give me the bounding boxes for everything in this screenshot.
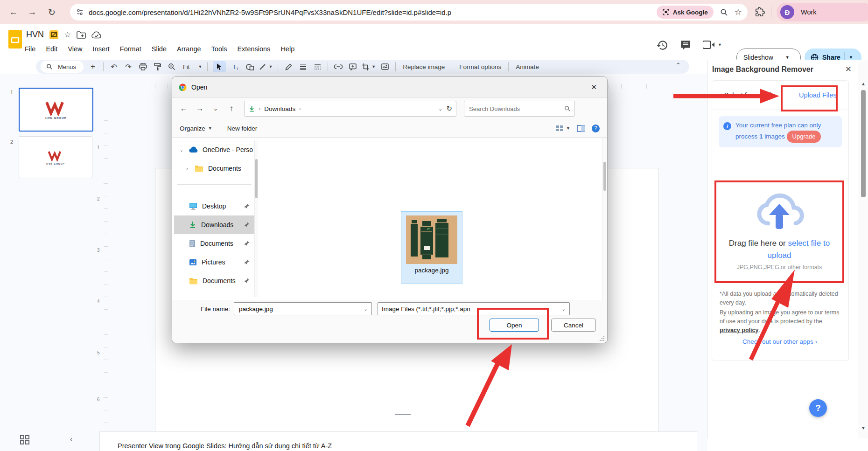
- zoom-fit-select[interactable]: Fit ▼: [181, 63, 202, 70]
- menus-search-button[interactable]: Menus: [41, 61, 84, 73]
- select-tool-button[interactable]: [213, 61, 226, 72]
- redo-button[interactable]: ↷: [123, 61, 133, 72]
- tab-select-from-slide[interactable]: Select from Slide: [724, 91, 775, 99]
- site-info-icon[interactable]: [76, 8, 84, 16]
- upgrade-button[interactable]: Upgrade: [787, 131, 821, 143]
- slideshow-dropdown[interactable]: ▼: [780, 55, 795, 60]
- crop-image-button[interactable]: ▼: [362, 63, 376, 70]
- menu-item-arrange[interactable]: Arrange: [173, 44, 205, 54]
- shape-tool-button[interactable]: [245, 61, 255, 72]
- resize-grip[interactable]: [600, 336, 604, 341]
- close-icon[interactable]: ✕: [587, 83, 601, 91]
- scrollbar-thumb[interactable]: [861, 90, 866, 197]
- animate-button[interactable]: Animate: [514, 63, 541, 70]
- comments-icon[interactable]: [679, 39, 692, 51]
- ask-google-chip[interactable]: Ask Google: [657, 6, 714, 19]
- cancel-button[interactable]: Cancel: [551, 319, 596, 332]
- privacy-policy-link[interactable]: privacy policy: [720, 327, 758, 333]
- dialog-sidebar-item-documents[interactable]: ›Documents: [174, 159, 254, 178]
- version-history-icon[interactable]: [656, 39, 668, 51]
- dialog-search-box[interactable]: [464, 101, 575, 117]
- undo-button[interactable]: ↶: [109, 61, 119, 72]
- other-apps-link[interactable]: Check out our other apps ›: [712, 338, 847, 345]
- add-comment-button[interactable]: [348, 61, 358, 72]
- file-name-input[interactable]: [238, 305, 364, 313]
- address-breadcrumb[interactable]: › Downloads › ⌄ ↻: [244, 101, 456, 117]
- print-button[interactable]: [138, 61, 148, 72]
- presentation-badge-icon[interactable]: [49, 30, 58, 39]
- menu-item-view[interactable]: View: [63, 44, 86, 54]
- grid-view-icon[interactable]: [20, 435, 30, 445]
- slide-thumbnail-1[interactable]: HVN GROUP: [19, 88, 93, 132]
- breadcrumb-location[interactable]: Downloads: [264, 105, 295, 112]
- forward-icon[interactable]: →: [194, 104, 206, 113]
- collapse-filmstrip-chevron[interactable]: ‹: [70, 435, 72, 444]
- preview-pane-icon[interactable]: [577, 125, 585, 132]
- join-call-button[interactable]: ▼: [703, 40, 722, 49]
- file-area-scrollbar[interactable]: [602, 138, 607, 300]
- insert-link-button[interactable]: [333, 61, 343, 72]
- menu-item-tools[interactable]: Tools: [207, 44, 231, 54]
- chevron-down-icon[interactable]: ▼: [566, 126, 570, 131]
- browser-forward-button[interactable]: →: [24, 4, 40, 20]
- file-item-package[interactable]: package.jpg: [401, 211, 462, 284]
- border-dash-button[interactable]: [312, 61, 322, 72]
- upload-dropzone[interactable]: Drag file here or select file to upload …: [716, 182, 842, 271]
- speaker-notes-area[interactable]: Presenter View trong Google Slides: Hướn…: [99, 431, 697, 451]
- help-icon[interactable]: ?: [592, 125, 600, 132]
- dialog-title-bar[interactable]: Open ✕: [172, 77, 607, 98]
- border-weight-button[interactable]: [298, 61, 308, 72]
- collapse-toolbar-chevron[interactable]: ⌃: [676, 62, 681, 69]
- document-title[interactable]: HVN: [26, 30, 44, 40]
- bookmark-star-icon[interactable]: ☆: [735, 7, 742, 17]
- cloud-saved-icon[interactable]: [91, 31, 102, 39]
- menu-item-insert[interactable]: Insert: [89, 44, 114, 54]
- text-box-button[interactable]: TT: [230, 61, 240, 72]
- menu-item-file[interactable]: File: [21, 44, 40, 54]
- replace-image-button[interactable]: Replace image: [401, 63, 447, 70]
- expander-chevron[interactable]: ⌄: [179, 147, 184, 153]
- recent-locations-chevron[interactable]: ⌄: [210, 105, 222, 112]
- close-icon[interactable]: ✕: [845, 64, 854, 74]
- line-tool-button[interactable]: ▼: [259, 63, 273, 70]
- pen-tool-button[interactable]: [283, 61, 294, 72]
- address-dropdown-chevron[interactable]: ⌄: [438, 106, 442, 112]
- zoom-button[interactable]: [167, 61, 177, 72]
- back-icon[interactable]: ←: [178, 104, 190, 113]
- search-icon[interactable]: [720, 8, 728, 16]
- refresh-icon[interactable]: ↻: [446, 104, 452, 113]
- dialog-sidebar-item-downloads[interactable]: Downloads: [174, 215, 254, 234]
- file-name-combo[interactable]: ⌄: [234, 302, 372, 315]
- dialog-search-input[interactable]: [468, 105, 564, 113]
- dialog-sidebar-item-pictures[interactable]: Pictures: [174, 253, 254, 271]
- dialog-sidebar-item-documents[interactable]: Documents: [174, 234, 254, 253]
- page-scrollbar[interactable]: ▲ ▼: [858, 60, 868, 438]
- browser-reload-button[interactable]: ↻: [44, 4, 60, 20]
- sidebar-scrollbar[interactable]: [254, 140, 258, 297]
- browser-back-button[interactable]: ←: [6, 4, 21, 20]
- change-view-icon[interactable]: [555, 125, 564, 132]
- help-fab[interactable]: ?: [809, 399, 827, 417]
- scroll-up-arrow[interactable]: ▲: [858, 81, 868, 86]
- mask-image-button[interactable]: [380, 61, 390, 72]
- new-folder-button[interactable]: New folder: [227, 125, 258, 132]
- profile-chip[interactable]: Đ Work: [777, 3, 868, 21]
- menu-item-slide[interactable]: Slide: [147, 44, 171, 54]
- extensions-icon[interactable]: [755, 7, 765, 17]
- notes-resize-handle[interactable]: [395, 414, 411, 415]
- share-dropdown[interactable]: ▼: [845, 55, 857, 60]
- move-folder-icon[interactable]: [77, 31, 86, 39]
- organize-button[interactable]: Organize: [180, 125, 205, 132]
- menu-item-extensions[interactable]: Extensions: [233, 44, 274, 54]
- star-document-icon[interactable]: ☆: [64, 30, 71, 40]
- scroll-down-arrow[interactable]: ▼: [858, 425, 868, 430]
- expander-chevron[interactable]: ›: [184, 166, 190, 171]
- address-bar[interactable]: docs.google.com/presentation/d/1Hi22hVNh…: [70, 4, 748, 21]
- dialog-sidebar-item-documents[interactable]: Documents: [174, 271, 254, 290]
- menu-item-help[interactable]: Help: [276, 44, 299, 54]
- dialog-sidebar-item-desktop[interactable]: Desktop: [174, 197, 254, 215]
- slide-thumbnail-2[interactable]: HVN GROUP: [19, 136, 92, 178]
- menu-item-format[interactable]: Format: [116, 44, 146, 54]
- paint-format-button[interactable]: [152, 61, 162, 72]
- up-icon[interactable]: ↑: [225, 104, 238, 113]
